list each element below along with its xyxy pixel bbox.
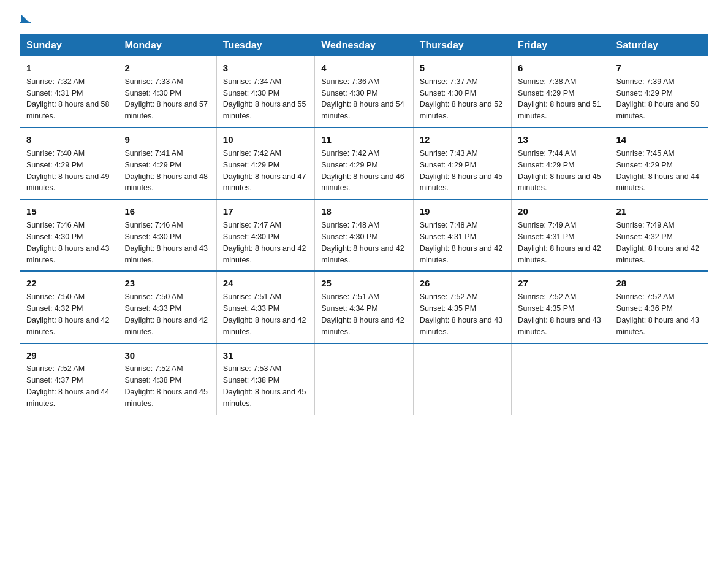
day-info: Sunrise: 7:32 AMSunset: 4:31 PMDaylight:…: [26, 77, 110, 121]
day-info: Sunrise: 7:39 AMSunset: 4:29 PMDaylight:…: [616, 77, 700, 121]
day-number: 16: [124, 205, 210, 218]
day-number: 24: [223, 277, 308, 290]
day-number: 19: [420, 205, 505, 218]
day-info: Sunrise: 7:37 AMSunset: 4:30 PMDaylight:…: [420, 77, 503, 121]
calendar-cell: 12 Sunrise: 7:43 AMSunset: 4:29 PMDaylig…: [413, 128, 511, 199]
day-info: Sunrise: 7:48 AMSunset: 4:31 PMDaylight:…: [420, 221, 503, 264]
calendar-cell: 28 Sunrise: 7:52 AMSunset: 4:36 PMDaylig…: [610, 271, 708, 343]
day-number: 20: [518, 205, 603, 218]
day-info: Sunrise: 7:45 AMSunset: 4:29 PMDaylight:…: [616, 149, 700, 193]
calendar-cell: 19 Sunrise: 7:48 AMSunset: 4:31 PMDaylig…: [413, 199, 511, 271]
day-info: Sunrise: 7:46 AMSunset: 4:30 PMDaylight:…: [124, 221, 208, 264]
day-number: 1: [26, 61, 112, 75]
calendar-cell: 24 Sunrise: 7:51 AMSunset: 4:33 PMDaylig…: [216, 271, 314, 343]
day-info: Sunrise: 7:50 AMSunset: 4:32 PMDaylight:…: [26, 293, 110, 336]
calendar-cell: 26 Sunrise: 7:52 AMSunset: 4:35 PMDaylig…: [413, 271, 511, 343]
calendar-cell: 27 Sunrise: 7:52 AMSunset: 4:35 PMDaylig…: [512, 271, 610, 343]
calendar-cell: 10 Sunrise: 7:42 AMSunset: 4:29 PMDaylig…: [216, 128, 314, 199]
calendar-cell: [610, 343, 708, 415]
day-number: 6: [518, 61, 603, 75]
col-header-saturday: Saturday: [610, 35, 708, 56]
day-info: Sunrise: 7:52 AMSunset: 4:35 PMDaylight:…: [420, 293, 503, 336]
calendar-cell: 13 Sunrise: 7:44 AMSunset: 4:29 PMDaylig…: [512, 128, 610, 199]
day-number: 26: [420, 277, 505, 290]
day-info: Sunrise: 7:48 AMSunset: 4:30 PMDaylight:…: [321, 221, 404, 264]
day-info: Sunrise: 7:34 AMSunset: 4:30 PMDaylight:…: [223, 77, 306, 121]
calendar-cell: 2 Sunrise: 7:33 AMSunset: 4:30 PMDayligh…: [118, 56, 216, 128]
page-header: [20, 15, 708, 23]
calendar-cell: 21 Sunrise: 7:49 AMSunset: 4:32 PMDaylig…: [610, 199, 708, 271]
day-number: 3: [223, 61, 308, 75]
day-info: Sunrise: 7:44 AMSunset: 4:29 PMDaylight:…: [518, 149, 601, 193]
calendar-cell: 7 Sunrise: 7:39 AMSunset: 4:29 PMDayligh…: [610, 56, 708, 128]
day-number: 8: [26, 133, 112, 147]
day-info: Sunrise: 7:51 AMSunset: 4:33 PMDaylight:…: [223, 293, 306, 336]
day-number: 23: [124, 277, 210, 290]
calendar-week-row: 22 Sunrise: 7:50 AMSunset: 4:32 PMDaylig…: [20, 271, 708, 343]
calendar-cell: [315, 343, 413, 415]
day-info: Sunrise: 7:52 AMSunset: 4:38 PMDaylight:…: [124, 364, 208, 408]
day-info: Sunrise: 7:43 AMSunset: 4:29 PMDaylight:…: [420, 149, 503, 193]
day-info: Sunrise: 7:40 AMSunset: 4:29 PMDaylight:…: [26, 149, 110, 193]
day-number: 13: [518, 133, 603, 147]
calendar-cell: 15 Sunrise: 7:46 AMSunset: 4:30 PMDaylig…: [20, 199, 118, 271]
col-header-wednesday: Wednesday: [315, 35, 413, 56]
day-number: 29: [26, 349, 112, 362]
day-info: Sunrise: 7:52 AMSunset: 4:37 PMDaylight:…: [26, 364, 110, 408]
calendar-cell: [512, 343, 610, 415]
calendar-cell: 25 Sunrise: 7:51 AMSunset: 4:34 PMDaylig…: [315, 271, 413, 343]
day-info: Sunrise: 7:42 AMSunset: 4:29 PMDaylight:…: [223, 149, 306, 193]
day-number: 14: [616, 133, 702, 147]
calendar-table: SundayMondayTuesdayWednesdayThursdayFrid…: [20, 34, 708, 415]
calendar-header-row: SundayMondayTuesdayWednesdayThursdayFrid…: [20, 35, 708, 56]
calendar-cell: 31 Sunrise: 7:53 AMSunset: 4:38 PMDaylig…: [216, 343, 314, 415]
calendar-week-row: 1 Sunrise: 7:32 AMSunset: 4:31 PMDayligh…: [20, 56, 708, 128]
day-number: 17: [223, 205, 308, 218]
calendar-week-row: 15 Sunrise: 7:46 AMSunset: 4:30 PMDaylig…: [20, 199, 708, 271]
day-number: 28: [616, 277, 702, 290]
day-info: Sunrise: 7:53 AMSunset: 4:38 PMDaylight:…: [223, 364, 306, 408]
calendar-cell: 11 Sunrise: 7:42 AMSunset: 4:29 PMDaylig…: [315, 128, 413, 199]
day-number: 10: [223, 133, 308, 147]
day-info: Sunrise: 7:47 AMSunset: 4:30 PMDaylight:…: [223, 221, 306, 264]
logo: [20, 15, 31, 23]
logo-underline: [20, 22, 31, 23]
day-info: Sunrise: 7:50 AMSunset: 4:33 PMDaylight:…: [124, 293, 208, 336]
day-info: Sunrise: 7:52 AMSunset: 4:36 PMDaylight:…: [616, 293, 700, 336]
calendar-cell: 5 Sunrise: 7:37 AMSunset: 4:30 PMDayligh…: [413, 56, 511, 128]
calendar-cell: 14 Sunrise: 7:45 AMSunset: 4:29 PMDaylig…: [610, 128, 708, 199]
calendar-cell: 16 Sunrise: 7:46 AMSunset: 4:30 PMDaylig…: [118, 199, 216, 271]
day-info: Sunrise: 7:51 AMSunset: 4:34 PMDaylight:…: [321, 293, 404, 336]
day-info: Sunrise: 7:49 AMSunset: 4:32 PMDaylight:…: [616, 221, 700, 264]
day-info: Sunrise: 7:36 AMSunset: 4:30 PMDaylight:…: [321, 77, 404, 121]
calendar-cell: 3 Sunrise: 7:34 AMSunset: 4:30 PMDayligh…: [216, 56, 314, 128]
day-number: 21: [616, 205, 702, 218]
calendar-cell: 29 Sunrise: 7:52 AMSunset: 4:37 PMDaylig…: [20, 343, 118, 415]
day-number: 2: [124, 61, 210, 75]
day-info: Sunrise: 7:42 AMSunset: 4:29 PMDaylight:…: [321, 149, 404, 193]
day-number: 18: [321, 205, 406, 218]
day-number: 11: [321, 133, 406, 147]
day-info: Sunrise: 7:38 AMSunset: 4:29 PMDaylight:…: [518, 77, 601, 121]
day-number: 30: [124, 349, 210, 362]
calendar-cell: 18 Sunrise: 7:48 AMSunset: 4:30 PMDaylig…: [315, 199, 413, 271]
day-number: 27: [518, 277, 603, 290]
col-header-friday: Friday: [512, 35, 610, 56]
day-number: 15: [26, 205, 112, 218]
calendar-week-row: 8 Sunrise: 7:40 AMSunset: 4:29 PMDayligh…: [20, 128, 708, 199]
day-number: 25: [321, 277, 406, 290]
day-number: 12: [420, 133, 505, 147]
calendar-cell: 17 Sunrise: 7:47 AMSunset: 4:30 PMDaylig…: [216, 199, 314, 271]
col-header-tuesday: Tuesday: [216, 35, 314, 56]
day-info: Sunrise: 7:52 AMSunset: 4:35 PMDaylight:…: [518, 293, 601, 336]
calendar-cell: 6 Sunrise: 7:38 AMSunset: 4:29 PMDayligh…: [512, 56, 610, 128]
day-number: 5: [420, 61, 505, 75]
calendar-cell: 4 Sunrise: 7:36 AMSunset: 4:30 PMDayligh…: [315, 56, 413, 128]
calendar-cell: 9 Sunrise: 7:41 AMSunset: 4:29 PMDayligh…: [118, 128, 216, 199]
calendar-cell: 8 Sunrise: 7:40 AMSunset: 4:29 PMDayligh…: [20, 128, 118, 199]
day-number: 31: [223, 349, 308, 362]
col-header-thursday: Thursday: [413, 35, 511, 56]
day-number: 4: [321, 61, 406, 75]
col-header-sunday: Sunday: [20, 35, 118, 56]
col-header-monday: Monday: [118, 35, 216, 56]
